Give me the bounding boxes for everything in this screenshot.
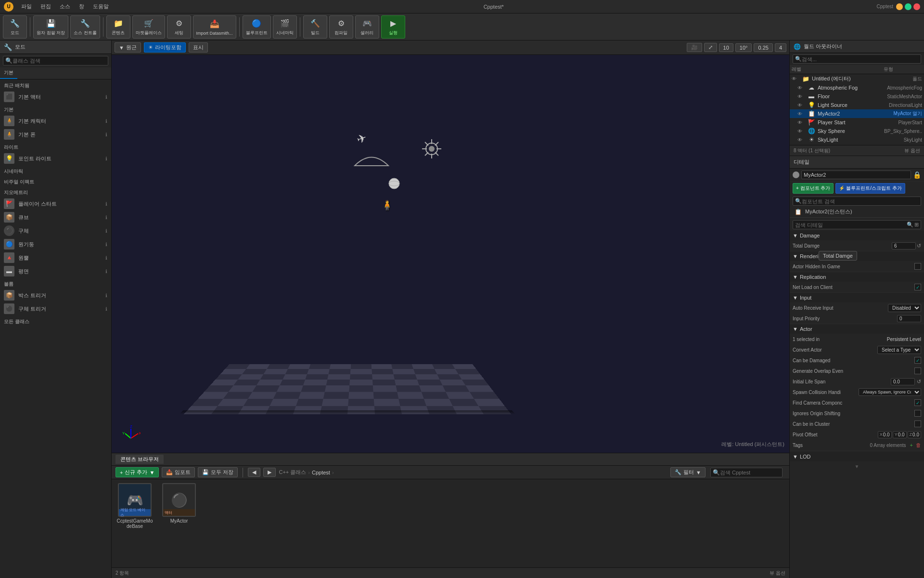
item-player-start[interactable]: 🚩 플레이어 스타트 ℹ: [0, 197, 111, 210]
vis-icon-5[interactable]: 👁: [797, 120, 805, 125]
perspective-btn[interactable]: ▼ 원근: [115, 42, 141, 53]
mode-btn[interactable]: 🔧 모드: [3, 15, 27, 39]
actor-name-input[interactable]: [801, 171, 911, 179]
can-cluster-checkbox[interactable]: [914, 420, 921, 427]
content-search-input[interactable]: [720, 470, 780, 475]
ignores-origin-checkbox[interactable]: [914, 410, 921, 417]
filter-btn[interactable]: 🔧 필터 ▼: [670, 467, 706, 477]
class-search-input[interactable]: [13, 58, 106, 64]
scale-btn[interactable]: 0.25: [754, 43, 772, 52]
lock-icon[interactable]: 🔒: [913, 171, 921, 179]
component-search-input[interactable]: [802, 198, 919, 204]
item-character[interactable]: 🧍 기본 캐릭터 ℹ: [0, 114, 111, 128]
item-cylinder[interactable]: 🔵 원기둥 ℹ: [0, 237, 111, 251]
spawn-collision-select[interactable]: Always Spawn, Ignore Collisions: [859, 388, 921, 396]
vis-icon-1[interactable]: 👁: [797, 85, 805, 91]
details-search-input[interactable]: [795, 222, 907, 228]
total-damage-reset[interactable]: ↺: [917, 243, 921, 249]
nav-back-btn[interactable]: ◀: [248, 468, 260, 477]
sphere-info[interactable]: ℹ: [105, 228, 107, 234]
save-all-btn[interactable]: 💾 모두 저장: [198, 467, 238, 477]
vis-icon-2[interactable]: 👁: [797, 94, 805, 99]
section-input-header[interactable]: ▼ Input: [790, 293, 924, 302]
can-be-damaged-checkbox[interactable]: [914, 357, 921, 364]
component-item-myactor2[interactable]: 📋 MyActor2(인스턴스): [790, 207, 924, 216]
cone-info[interactable]: ℹ: [105, 255, 107, 261]
section-actor-header[interactable]: ▼ Actor: [790, 324, 924, 334]
breadcrumb-cpptest[interactable]: Cpptest: [312, 470, 330, 475]
details-layout-icon[interactable]: ⊞: [914, 222, 919, 228]
outliner-search-input[interactable]: [802, 56, 919, 62]
input-priority-input[interactable]: [897, 315, 921, 322]
vis-icon-4[interactable]: 👁: [797, 111, 805, 117]
item-cube[interactable]: 📦 큐브 ℹ: [0, 210, 111, 224]
add-blueprint-btn[interactable]: ⚡ 블루프린트/스크립트 추가: [835, 183, 905, 194]
item-basic-actor[interactable]: ⬛ 기본 액터 ℹ: [0, 90, 111, 104]
marketplace-btn[interactable]: 🛒 마켓플레이스: [132, 15, 165, 39]
vis-icon-7[interactable]: 👁: [797, 137, 805, 143]
item-point-light[interactable]: 💡 포인트 라이트 ℹ: [0, 152, 111, 165]
add-component-btn[interactable]: + 컴포넌트 추가: [793, 183, 834, 194]
pivot-z[interactable]: Z 0.0: [908, 431, 921, 438]
point-light-info[interactable]: ℹ: [105, 156, 107, 161]
source-btn[interactable]: 🔧 소스 컨트롤: [70, 15, 100, 39]
item-plane[interactable]: ▬ 평면 ℹ: [0, 264, 111, 278]
build-btn[interactable]: 🔨 빌드: [303, 15, 327, 39]
character-info[interactable]: ℹ: [105, 118, 107, 124]
vis-icon-0[interactable]: 👁: [792, 76, 799, 81]
total-damage-input[interactable]: [892, 242, 916, 250]
snap-btn[interactable]: 4: [775, 43, 786, 52]
grid-btn[interactable]: 10: [719, 43, 733, 52]
camera-speed-btn[interactable]: 🎥: [687, 43, 702, 52]
pivot-y[interactable]: Y 0.0: [893, 431, 907, 438]
cylinder-info[interactable]: ℹ: [105, 242, 107, 247]
asset-item-gamemode[interactable]: 🎮 게임 모드 베이스 CcptestGameModeBase: [116, 483, 154, 564]
menu-source[interactable]: 소스: [58, 2, 72, 11]
section-lod-header[interactable]: ▼ LOD: [790, 452, 924, 461]
box-trigger-info[interactable]: ℹ: [105, 293, 107, 298]
datasmith-btn[interactable]: 📥 Import Datasmith...: [193, 15, 236, 39]
section-replication-header[interactable]: ▼ Replication: [790, 272, 924, 282]
tags-remove-icon[interactable]: 🗑: [916, 442, 921, 448]
player-start-info[interactable]: ℹ: [105, 201, 107, 207]
pawn-info[interactable]: ℹ: [105, 132, 107, 137]
outliner-item-0[interactable]: 👁 📁 Untitled (에디터) 폴드: [790, 74, 924, 83]
close-button[interactable]: [913, 3, 920, 10]
initial-life-reset[interactable]: ↺: [917, 379, 921, 385]
maximize-button[interactable]: [905, 3, 911, 10]
save-btn[interactable]: 💾 원자 컴팔 저장: [33, 15, 68, 39]
lighting-btn[interactable]: ☀ 라이팅포함: [144, 42, 186, 53]
tab-content-browser[interactable]: 콘텐츠 브라우저: [116, 455, 164, 464]
nav-forward-btn[interactable]: ▶: [263, 468, 276, 477]
item-pawn[interactable]: 🧍 기본 폰 ℹ: [0, 128, 111, 141]
item-sphere[interactable]: ⚫ 구체 ℹ: [0, 224, 111, 237]
content-btn[interactable]: 📁 콘텐츠: [106, 15, 130, 39]
generate-overlap-checkbox[interactable]: [914, 368, 921, 374]
plane-info[interactable]: ℹ: [105, 269, 107, 274]
cinematic-btn[interactable]: 🎬 시네마틱: [273, 15, 297, 39]
menu-help[interactable]: 도움말: [91, 2, 111, 11]
compile-btn[interactable]: ⚙ 컴파일: [329, 15, 353, 39]
menu-file[interactable]: 파일: [19, 2, 34, 11]
import-btn[interactable]: 📥 임포트: [162, 467, 195, 477]
breadcrumb-cpp[interactable]: C++ 클래스: [279, 469, 306, 476]
initial-life-input[interactable]: [891, 378, 915, 385]
section-damage-header[interactable]: ▼ Damage: [790, 231, 924, 240]
outliner-item-3[interactable]: 👁 💡 Light Source DirectionalLight: [790, 101, 924, 109]
tags-add-icon[interactable]: +: [910, 442, 913, 448]
play-btn[interactable]: ▶ 실행: [381, 15, 405, 39]
vis-icon-3[interactable]: 👁: [797, 103, 805, 108]
find-camera-checkbox[interactable]: [914, 399, 921, 406]
hidden-game-checkbox[interactable]: [914, 263, 921, 270]
cube-info[interactable]: ℹ: [105, 215, 107, 220]
show-btn[interactable]: 표시: [189, 42, 208, 53]
item-sphere-trigger[interactable]: ⚫ 구체 트리거 ℹ: [0, 302, 111, 315]
maximize-vp-btn[interactable]: ⤢: [704, 43, 717, 52]
outliner-view-options[interactable]: 뷰 옵션: [904, 147, 920, 154]
sphere-trigger-info[interactable]: ℹ: [105, 306, 107, 312]
view-options-btn[interactable]: 뷰 옵션: [770, 570, 785, 577]
angle-btn[interactable]: 10°: [735, 43, 752, 52]
item-cone[interactable]: 🔺 원뿔 ℹ: [0, 251, 111, 264]
asset-item-myactor[interactable]: ⚫ 액터 MyActor: [160, 483, 198, 564]
outliner-item-4[interactable]: 👁 📋 MyActor2 MyActor 열기: [790, 109, 924, 118]
